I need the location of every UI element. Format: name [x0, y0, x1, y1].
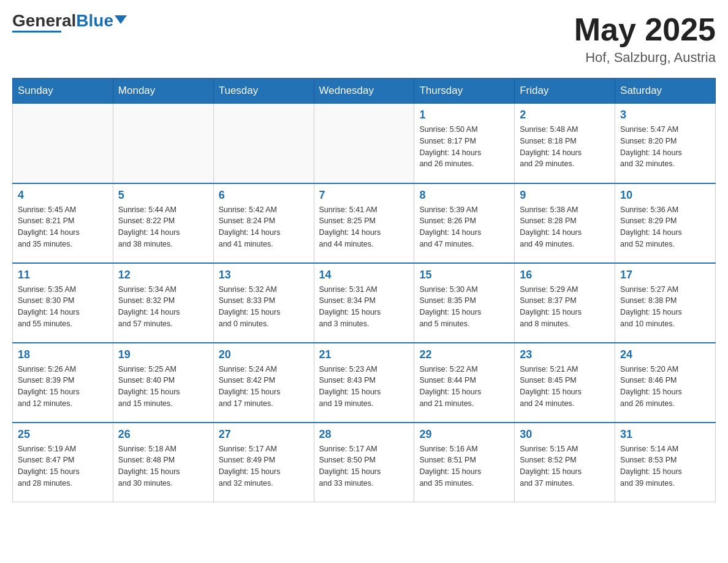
day-info: Sunrise: 5:29 AM Sunset: 8:37 PM Dayligh…: [520, 284, 610, 330]
month-year-title: May 2025: [574, 12, 716, 47]
table-row: 12Sunrise: 5:34 AM Sunset: 8:32 PM Dayli…: [113, 263, 213, 343]
header-friday: Friday: [515, 79, 615, 104]
day-info: Sunrise: 5:45 AM Sunset: 8:21 PM Dayligh…: [18, 204, 108, 250]
day-info: Sunrise: 5:38 AM Sunset: 8:28 PM Dayligh…: [520, 204, 610, 250]
day-info: Sunrise: 5:31 AM Sunset: 8:34 PM Dayligh…: [319, 284, 409, 330]
table-row: 24Sunrise: 5:20 AM Sunset: 8:46 PM Dayli…: [615, 343, 716, 423]
day-info: Sunrise: 5:25 AM Sunset: 8:40 PM Dayligh…: [118, 364, 208, 410]
day-number: 25: [18, 428, 108, 441]
table-row: 23Sunrise: 5:21 AM Sunset: 8:45 PM Dayli…: [515, 343, 615, 423]
table-row: [314, 104, 414, 183]
day-number: 26: [118, 428, 208, 441]
day-info: Sunrise: 5:20 AM Sunset: 8:46 PM Dayligh…: [620, 364, 710, 410]
day-info: Sunrise: 5:24 AM Sunset: 8:42 PM Dayligh…: [219, 364, 309, 410]
table-row: 25Sunrise: 5:19 AM Sunset: 8:47 PM Dayli…: [13, 423, 113, 502]
header-tuesday: Tuesday: [213, 79, 314, 104]
day-number: 24: [620, 348, 710, 361]
table-row: 20Sunrise: 5:24 AM Sunset: 8:42 PM Dayli…: [213, 343, 314, 423]
day-number: 11: [18, 269, 108, 282]
day-number: 8: [419, 189, 509, 202]
table-row: 7Sunrise: 5:41 AM Sunset: 8:25 PM Daylig…: [314, 183, 414, 263]
day-number: 7: [319, 189, 409, 202]
header-thursday: Thursday: [414, 79, 515, 104]
day-info: Sunrise: 5:17 AM Sunset: 8:50 PM Dayligh…: [319, 443, 409, 489]
day-number: 3: [620, 109, 710, 121]
day-number: 17: [620, 269, 710, 282]
logo-text: GeneralBlue: [12, 12, 127, 29]
table-row: 14Sunrise: 5:31 AM Sunset: 8:34 PM Dayli…: [314, 263, 414, 343]
day-number: 18: [18, 348, 108, 361]
calendar-week-row: 1Sunrise: 5:50 AM Sunset: 8:17 PM Daylig…: [13, 104, 716, 183]
table-row: 31Sunrise: 5:14 AM Sunset: 8:53 PM Dayli…: [615, 423, 716, 502]
day-number: 23: [520, 348, 610, 361]
day-number: 30: [520, 428, 610, 441]
day-info: Sunrise: 5:26 AM Sunset: 8:39 PM Dayligh…: [18, 364, 108, 410]
day-info: Sunrise: 5:35 AM Sunset: 8:30 PM Dayligh…: [18, 284, 108, 330]
day-number: 14: [319, 269, 409, 282]
table-row: 9Sunrise: 5:38 AM Sunset: 8:28 PM Daylig…: [515, 183, 615, 263]
day-info: Sunrise: 5:21 AM Sunset: 8:45 PM Dayligh…: [520, 364, 610, 410]
day-number: 16: [520, 269, 610, 282]
day-number: 6: [219, 189, 309, 202]
day-info: Sunrise: 5:42 AM Sunset: 8:24 PM Dayligh…: [219, 204, 309, 250]
table-row: 17Sunrise: 5:27 AM Sunset: 8:38 PM Dayli…: [615, 263, 716, 343]
day-info: Sunrise: 5:34 AM Sunset: 8:32 PM Dayligh…: [118, 284, 208, 330]
table-row: 11Sunrise: 5:35 AM Sunset: 8:30 PM Dayli…: [13, 263, 113, 343]
table-row: 8Sunrise: 5:39 AM Sunset: 8:26 PM Daylig…: [414, 183, 515, 263]
table-row: 18Sunrise: 5:26 AM Sunset: 8:39 PM Dayli…: [13, 343, 113, 423]
day-info: Sunrise: 5:30 AM Sunset: 8:35 PM Dayligh…: [419, 284, 509, 330]
day-info: Sunrise: 5:47 AM Sunset: 8:20 PM Dayligh…: [620, 124, 710, 170]
day-number: 27: [219, 428, 309, 441]
table-row: 21Sunrise: 5:23 AM Sunset: 8:43 PM Dayli…: [314, 343, 414, 423]
day-info: Sunrise: 5:27 AM Sunset: 8:38 PM Dayligh…: [620, 284, 710, 330]
day-number: 22: [419, 348, 509, 361]
header-wednesday: Wednesday: [314, 79, 414, 104]
title-section: May 2025 Hof, Salzburg, Austria: [574, 12, 716, 66]
calendar-header-row: Sunday Monday Tuesday Wednesday Thursday…: [13, 79, 716, 104]
table-row: 26Sunrise: 5:18 AM Sunset: 8:48 PM Dayli…: [113, 423, 213, 502]
day-number: 1: [419, 109, 509, 121]
table-row: 28Sunrise: 5:17 AM Sunset: 8:50 PM Dayli…: [314, 423, 414, 502]
table-row: 10Sunrise: 5:36 AM Sunset: 8:29 PM Dayli…: [615, 183, 716, 263]
calendar-week-row: 4Sunrise: 5:45 AM Sunset: 8:21 PM Daylig…: [13, 183, 716, 263]
day-number: 20: [219, 348, 309, 361]
day-info: Sunrise: 5:22 AM Sunset: 8:44 PM Dayligh…: [419, 364, 509, 410]
day-info: Sunrise: 5:17 AM Sunset: 8:49 PM Dayligh…: [219, 443, 309, 489]
logo-triangle-icon: [115, 15, 127, 24]
day-info: Sunrise: 5:23 AM Sunset: 8:43 PM Dayligh…: [319, 364, 409, 410]
day-number: 2: [520, 109, 610, 121]
table-row: [113, 104, 213, 183]
table-row: 29Sunrise: 5:16 AM Sunset: 8:51 PM Dayli…: [414, 423, 515, 502]
table-row: 5Sunrise: 5:44 AM Sunset: 8:22 PM Daylig…: [113, 183, 213, 263]
day-info: Sunrise: 5:16 AM Sunset: 8:51 PM Dayligh…: [419, 443, 509, 489]
table-row: 30Sunrise: 5:15 AM Sunset: 8:52 PM Dayli…: [515, 423, 615, 502]
day-number: 21: [319, 348, 409, 361]
table-row: 22Sunrise: 5:22 AM Sunset: 8:44 PM Dayli…: [414, 343, 515, 423]
day-number: 9: [520, 189, 610, 202]
table-row: [13, 104, 113, 183]
header-monday: Monday: [113, 79, 213, 104]
table-row: 3Sunrise: 5:47 AM Sunset: 8:20 PM Daylig…: [615, 104, 716, 183]
location-subtitle: Hof, Salzburg, Austria: [574, 50, 716, 66]
table-row: 4Sunrise: 5:45 AM Sunset: 8:21 PM Daylig…: [13, 183, 113, 263]
table-row: 6Sunrise: 5:42 AM Sunset: 8:24 PM Daylig…: [213, 183, 314, 263]
calendar-week-row: 11Sunrise: 5:35 AM Sunset: 8:30 PM Dayli…: [13, 263, 716, 343]
table-row: 13Sunrise: 5:32 AM Sunset: 8:33 PM Dayli…: [213, 263, 314, 343]
logo-blue: Blue: [76, 11, 113, 30]
day-info: Sunrise: 5:39 AM Sunset: 8:26 PM Dayligh…: [419, 204, 509, 250]
logo-underline: [12, 31, 61, 33]
day-info: Sunrise: 5:18 AM Sunset: 8:48 PM Dayligh…: [118, 443, 208, 489]
day-info: Sunrise: 5:14 AM Sunset: 8:53 PM Dayligh…: [620, 443, 710, 489]
day-number: 10: [620, 189, 710, 202]
table-row: 27Sunrise: 5:17 AM Sunset: 8:49 PM Dayli…: [213, 423, 314, 502]
day-info: Sunrise: 5:15 AM Sunset: 8:52 PM Dayligh…: [520, 443, 610, 489]
day-number: 12: [118, 269, 208, 282]
day-number: 15: [419, 269, 509, 282]
day-info: Sunrise: 5:48 AM Sunset: 8:18 PM Dayligh…: [520, 124, 610, 170]
logo: GeneralBlue: [12, 12, 127, 33]
page-header: GeneralBlue May 2025 Hof, Salzburg, Aust…: [12, 12, 716, 66]
day-info: Sunrise: 5:19 AM Sunset: 8:47 PM Dayligh…: [18, 443, 108, 489]
day-info: Sunrise: 5:50 AM Sunset: 8:17 PM Dayligh…: [419, 124, 509, 170]
table-row: [213, 104, 314, 183]
day-info: Sunrise: 5:36 AM Sunset: 8:29 PM Dayligh…: [620, 204, 710, 250]
